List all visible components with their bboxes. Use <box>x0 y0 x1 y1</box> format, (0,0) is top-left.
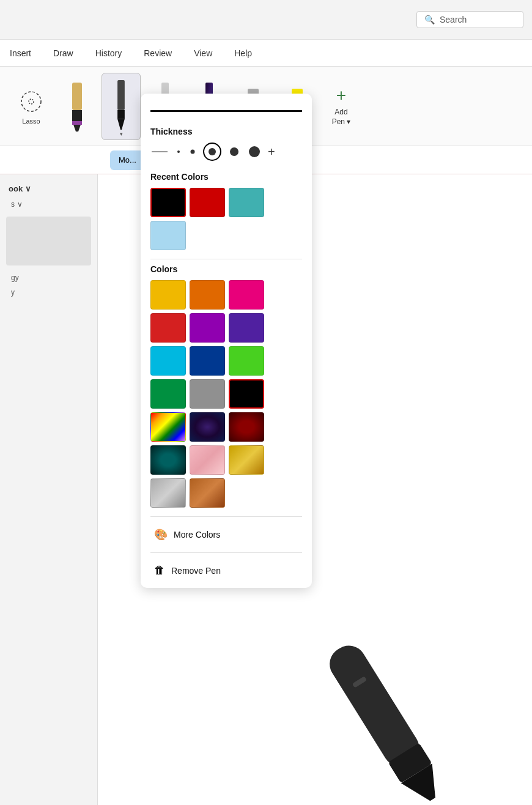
thickness-options: + <box>150 143 302 161</box>
color-pinktexture[interactable] <box>190 445 225 475</box>
color-indigo[interactable] <box>229 313 264 343</box>
sidebar: ook ∨ s ∨ gy y <box>0 174 98 805</box>
recent-colors-heading: Recent Colors <box>150 172 302 182</box>
svg-rect-3 <box>72 110 82 121</box>
pen1-icon <box>65 76 89 138</box>
svg-rect-7 <box>117 109 125 119</box>
thickness-3[interactable] <box>188 147 197 156</box>
pen2-chevron: ▾ <box>120 131 123 137</box>
thickness-5[interactable] <box>227 145 241 158</box>
notebook-chevron: ∨ <box>25 184 31 193</box>
recent-color-red[interactable] <box>190 188 225 217</box>
search-icon: 🔍 <box>424 15 435 24</box>
color-yellow[interactable] <box>150 280 186 310</box>
menu-history[interactable]: History <box>92 46 126 61</box>
divider-3 <box>150 552 302 553</box>
thickness-2[interactable] <box>175 148 182 155</box>
toolbar: Lasso ▾ <box>0 67 532 146</box>
color-orange[interactable] <box>190 280 225 310</box>
lasso-tool[interactable]: Lasso <box>10 79 53 134</box>
color-lime[interactable] <box>229 346 264 376</box>
sidebar-item-s-label: s <box>11 200 15 209</box>
sidebar-item-gy-label: gy <box>11 273 19 282</box>
menu-bar: Insert Draw History Review View Help <box>0 40 532 67</box>
stylus-container <box>275 573 532 805</box>
menu-review[interactable]: Review <box>140 46 175 61</box>
recent-color-teal[interactable] <box>229 188 264 217</box>
sidebar-item-s[interactable]: s ∨ <box>6 197 91 212</box>
thickness-6[interactable] <box>247 144 262 159</box>
lasso-label: Lasso <box>22 117 40 125</box>
color-cyan[interactable] <box>150 346 186 376</box>
search-box[interactable]: 🔍 Search <box>416 11 523 28</box>
svg-point-23 <box>191 150 195 154</box>
add-pen-button[interactable]: + AddPen ▾ <box>322 79 361 134</box>
color-pink[interactable] <box>229 280 264 310</box>
preview-stroke <box>150 110 302 112</box>
trash-icon: 🗑 <box>154 564 165 577</box>
pen-dropdown-popup: Thickness <box>141 94 312 588</box>
color-coppertexture[interactable] <box>190 478 225 508</box>
pen-tool-2[interactable]: ▾ <box>102 73 141 140</box>
svg-rect-6 <box>117 80 125 109</box>
notebook-label: ook <box>9 184 23 193</box>
svg-marker-8 <box>117 119 125 130</box>
sidebar-text-block <box>6 217 91 265</box>
recent-color-lightblue[interactable] <box>150 221 186 250</box>
divider-1 <box>150 259 302 259</box>
menu-insert[interactable]: Insert <box>6 46 35 61</box>
more-colors-label: More Colors <box>174 530 220 540</box>
thickness-1[interactable] <box>150 148 169 155</box>
stylus-icon <box>275 573 532 805</box>
color-purple[interactable] <box>190 313 225 343</box>
thickness-plus-icon[interactable]: + <box>268 145 275 159</box>
svg-point-22 <box>177 150 180 153</box>
palette-icon: 🎨 <box>154 528 168 541</box>
pen2-icon <box>109 77 133 131</box>
sidebar-notebook[interactable]: ook ∨ <box>6 180 91 197</box>
add-pen-label: AddPen ▾ <box>332 108 351 127</box>
thickness-4-selected[interactable] <box>203 143 221 161</box>
menu-view[interactable]: View <box>190 46 216 61</box>
top-bar: 🔍 Search <box>0 0 532 40</box>
colors-heading: Colors <box>150 264 302 274</box>
sidebar-chevron: ∨ <box>17 200 23 209</box>
tab-mo-label: Mo... <box>119 155 136 165</box>
color-navy[interactable] <box>190 346 225 376</box>
sidebar-item-y-label: y <box>11 288 15 297</box>
color-green[interactable] <box>150 379 186 409</box>
tab-mo[interactable]: Mo... <box>110 150 145 170</box>
color-goldtexture[interactable] <box>229 445 264 475</box>
more-colors-action[interactable]: 🎨 More Colors <box>150 522 302 547</box>
color-silvertexture[interactable] <box>150 478 186 508</box>
pen-tool-1[interactable] <box>57 73 97 140</box>
color-red[interactable] <box>150 313 186 343</box>
sidebar-item-gy[interactable]: gy <box>6 270 91 285</box>
svg-point-26 <box>249 146 260 157</box>
pen-preview-line <box>150 103 302 118</box>
svg-point-1 <box>29 99 34 104</box>
search-label: Search <box>440 15 467 24</box>
sidebar-item-y[interactable]: y <box>6 285 91 300</box>
menu-draw[interactable]: Draw <box>50 46 77 61</box>
color-gray[interactable] <box>190 379 225 409</box>
recent-colors-grid <box>150 188 302 250</box>
remove-pen-label: Remove Pen <box>171 566 221 576</box>
plus-icon: + <box>336 86 346 105</box>
svg-point-0 <box>21 92 41 111</box>
remove-pen-action[interactable]: 🗑 Remove Pen <box>150 558 302 583</box>
menu-help[interactable]: Help <box>231 46 256 61</box>
svg-rect-2 <box>72 83 82 110</box>
color-black-selected[interactable] <box>229 379 264 409</box>
lasso-icon <box>18 88 45 115</box>
recent-color-black[interactable] <box>150 188 186 217</box>
color-darkred[interactable] <box>229 412 264 442</box>
color-galaxy[interactable] <box>190 412 225 442</box>
color-tealdark[interactable] <box>150 445 186 475</box>
colors-grid <box>150 280 302 508</box>
divider-2 <box>150 516 302 517</box>
color-rainbow[interactable] <box>150 412 186 442</box>
svg-point-24 <box>209 148 216 155</box>
svg-rect-5 <box>72 121 82 125</box>
svg-point-25 <box>230 147 238 156</box>
